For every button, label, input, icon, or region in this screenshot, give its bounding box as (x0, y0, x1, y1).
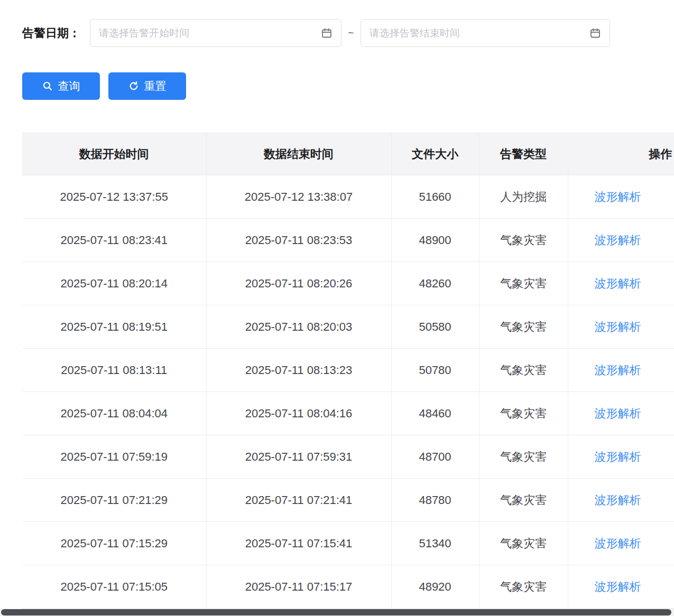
table-body: 2025-07-12 13:37:55 2025-07-12 13:38:07 … (22, 175, 674, 609)
cell-operation: 波形解析 (568, 479, 674, 522)
alarm-table: 数据开始时间数据结束时间文件大小告警类型操作 2025-07-12 13:37:… (22, 133, 674, 609)
reset-icon (128, 81, 139, 91)
start-date-picker[interactable] (90, 19, 341, 47)
end-date-input[interactable] (361, 20, 589, 46)
cell-operation: 波形解析 (568, 522, 674, 565)
cell-file-size: 48900 (391, 219, 479, 262)
waveform-analysis-link[interactable]: 波形解析 (595, 537, 641, 550)
cell-operation: 波形解析 (568, 392, 674, 435)
cell-start-time: 2025-07-11 07:15:05 (22, 565, 206, 609)
cell-alarm-type: 气象灾害 (479, 392, 568, 435)
cell-operation: 波形解析 (568, 565, 674, 609)
cell-end-time: 2025-07-11 07:59:31 (206, 435, 391, 479)
cell-operation: 波形解析 (568, 435, 674, 479)
cell-alarm-type: 气象灾害 (479, 219, 568, 262)
waveform-analysis-link[interactable]: 波形解析 (595, 450, 641, 463)
end-date-picker[interactable] (361, 19, 610, 47)
cell-file-size: 48780 (391, 479, 479, 522)
cell-file-size: 50580 (391, 305, 479, 349)
cell-start-time: 2025-07-11 07:21:29 (22, 479, 206, 522)
cell-end-time: 2025-07-11 07:21:41 (206, 479, 391, 522)
cell-file-size: 50780 (391, 349, 479, 392)
table-row: 2025-07-11 08:04:04 2025-07-11 08:04:16 … (22, 392, 674, 435)
column-header: 告警类型 (479, 133, 568, 175)
alarm-query-page: 告警日期： ~ (0, 0, 674, 609)
cell-operation: 波形解析 (568, 175, 674, 219)
cell-alarm-type: 气象灾害 (479, 262, 568, 305)
cell-start-time: 2025-07-11 08:04:04 (22, 392, 206, 435)
alarm-date-label: 告警日期： (22, 25, 80, 41)
table-row: 2025-07-11 08:19:51 2025-07-11 08:20:03 … (22, 305, 674, 349)
reset-button-label: 重置 (144, 79, 167, 94)
cell-end-time: 2025-07-11 08:04:16 (206, 392, 391, 435)
cell-start-time: 2025-07-11 08:20:14 (22, 262, 206, 305)
column-header: 操作 (568, 133, 674, 175)
scrollbar-thumb[interactable] (1, 609, 671, 615)
calendar-icon[interactable] (321, 27, 333, 39)
table-row: 2025-07-11 08:23:41 2025-07-11 08:23:53 … (22, 219, 674, 262)
waveform-analysis-link[interactable]: 波形解析 (595, 234, 641, 247)
waveform-analysis-link[interactable]: 波形解析 (595, 320, 641, 333)
waveform-analysis-link[interactable]: 波形解析 (595, 407, 641, 420)
search-icon (42, 81, 53, 91)
cell-end-time: 2025-07-11 08:23:53 (206, 219, 391, 262)
cell-operation: 波形解析 (568, 305, 674, 349)
cell-start-time: 2025-07-12 13:37:55 (22, 175, 206, 219)
cell-end-time: 2025-07-11 08:20:03 (206, 305, 391, 349)
cell-start-time: 2025-07-11 07:59:19 (22, 435, 206, 479)
cell-alarm-type: 气象灾害 (479, 305, 568, 349)
start-date-input[interactable] (90, 20, 321, 46)
cell-alarm-type: 人为挖掘 (479, 175, 568, 219)
cell-end-time: 2025-07-11 07:15:17 (206, 565, 391, 609)
cell-alarm-type: 气象灾害 (479, 435, 568, 479)
column-header: 数据开始时间 (22, 133, 206, 175)
alarm-table-wrap: 数据开始时间数据结束时间文件大小告警类型操作 2025-07-12 13:37:… (22, 133, 674, 609)
column-header: 数据结束时间 (206, 133, 391, 175)
table-row: 2025-07-11 07:21:29 2025-07-11 07:21:41 … (22, 479, 674, 522)
waveform-analysis-link[interactable]: 波形解析 (595, 277, 641, 290)
date-range-separator: ~ (348, 27, 354, 39)
filter-row: 告警日期： ~ (22, 19, 674, 47)
table-row: 2025-07-11 07:15:29 2025-07-11 07:15:41 … (22, 522, 674, 565)
cell-operation: 波形解析 (568, 262, 674, 305)
query-button-label: 查询 (58, 79, 80, 94)
waveform-analysis-link[interactable]: 波形解析 (595, 363, 641, 377)
column-header: 文件大小 (391, 133, 479, 175)
waveform-analysis-link[interactable]: 波形解析 (595, 190, 641, 203)
table-header-row: 数据开始时间数据结束时间文件大小告警类型操作 (22, 133, 674, 175)
calendar-icon[interactable] (589, 27, 601, 39)
cell-file-size: 48260 (391, 262, 479, 305)
waveform-analysis-link[interactable]: 波形解析 (595, 580, 641, 593)
waveform-analysis-link[interactable]: 波形解析 (595, 493, 641, 507)
cell-end-time: 2025-07-11 07:15:41 (206, 522, 391, 565)
cell-alarm-type: 气象灾害 (479, 522, 568, 565)
cell-file-size: 48920 (391, 565, 479, 609)
table-row: 2025-07-11 07:15:05 2025-07-11 07:15:17 … (22, 565, 674, 609)
reset-button[interactable]: 重置 (108, 72, 186, 100)
cell-end-time: 2025-07-12 13:38:07 (206, 175, 391, 219)
cell-start-time: 2025-07-11 07:15:29 (22, 522, 206, 565)
horizontal-scrollbar[interactable] (0, 609, 674, 616)
cell-alarm-type: 气象灾害 (479, 349, 568, 392)
table-row: 2025-07-11 07:59:19 2025-07-11 07:59:31 … (22, 435, 674, 479)
cell-start-time: 2025-07-11 08:19:51 (22, 305, 206, 349)
table-row: 2025-07-11 08:13:11 2025-07-11 08:13:23 … (22, 349, 674, 392)
cell-operation: 波形解析 (568, 349, 674, 392)
cell-file-size: 48460 (391, 392, 479, 435)
cell-file-size: 51660 (391, 175, 479, 219)
table-row: 2025-07-12 13:37:55 2025-07-12 13:38:07 … (22, 175, 674, 219)
cell-file-size: 51340 (391, 522, 479, 565)
table-row: 2025-07-11 08:20:14 2025-07-11 08:20:26 … (22, 262, 674, 305)
cell-alarm-type: 气象灾害 (479, 565, 568, 609)
action-buttons-row: 查询 重置 (22, 72, 674, 100)
cell-start-time: 2025-07-11 08:13:11 (22, 349, 206, 392)
cell-operation: 波形解析 (568, 219, 674, 262)
cell-alarm-type: 气象灾害 (479, 479, 568, 522)
cell-end-time: 2025-07-11 08:13:23 (206, 349, 391, 392)
cell-end-time: 2025-07-11 08:20:26 (206, 262, 391, 305)
cell-start-time: 2025-07-11 08:23:41 (22, 219, 206, 262)
query-button[interactable]: 查询 (22, 72, 100, 100)
cell-file-size: 48700 (391, 435, 479, 479)
